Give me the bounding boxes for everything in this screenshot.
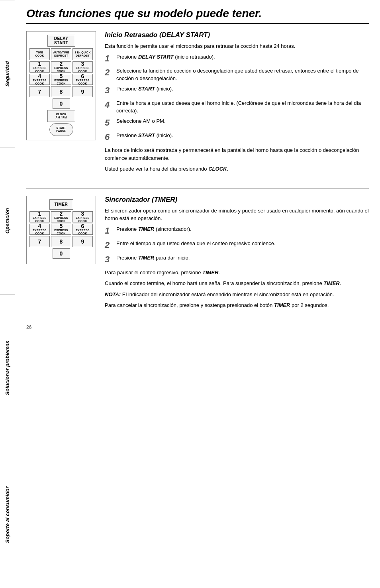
sidebar-section-problemas: Solucionar problemas bbox=[0, 294, 15, 441]
btn-t2[interactable]: 2 EXPRESS COOK bbox=[51, 211, 71, 222]
page-title: Otras funciones que su modelo puede tene… bbox=[26, 7, 369, 24]
timer-step-1: 1 Presione TIMER (sincronizador). bbox=[105, 226, 369, 237]
btn-t1[interactable]: 1 EXPRESS COOK bbox=[29, 211, 50, 222]
timer-step-2: 2 Entre el tiempo a que usted desea que … bbox=[105, 240, 369, 252]
btn-1[interactable]: 1 EXPRESS COOK bbox=[29, 61, 50, 73]
delay-step-2: 2 Seleccione la función de cocción o des… bbox=[105, 67, 369, 83]
sidebar: Seguridad Operación Solucionar problemas… bbox=[0, 0, 15, 588]
timer-para2: Cuando el conteo termine, el horno hará … bbox=[105, 279, 369, 287]
btn-delay-start[interactable]: DELAY START bbox=[47, 35, 75, 47]
btn-5[interactable]: 5 EXPRESS COOK bbox=[51, 74, 71, 85]
btn-t3[interactable]: 3 EXPRESS COOK bbox=[72, 211, 93, 222]
btn-6[interactable]: 6 EXPRESS COOK bbox=[72, 74, 93, 85]
delay-step-5: 5 Seleccione AM o PM. bbox=[105, 118, 369, 129]
btn-9[interactable]: 9 bbox=[72, 86, 93, 97]
page-number: 26 bbox=[26, 324, 369, 330]
delay-step-1: 1 Presione DELAY START (inicio retrasado… bbox=[105, 53, 369, 65]
btn-t7[interactable]: 7 bbox=[29, 236, 50, 247]
timer-para3: Para cancelar la sincronización, presion… bbox=[105, 301, 369, 309]
timer-step-3: 3 Presione TIMER para dar inicio. bbox=[105, 254, 369, 266]
btn-t8[interactable]: 8 bbox=[51, 236, 71, 247]
btn-quick-defrost[interactable]: 1 lb. QUICK DEFROST bbox=[72, 48, 93, 60]
btn-t6[interactable]: 6 EXPRESS COOK bbox=[72, 224, 93, 235]
delay-start-section: DELAY START TIME COOK AUTO/TIME DEFROST … bbox=[26, 31, 369, 176]
timer-text: Sincronizador (TIMER) El sincronizador o… bbox=[105, 196, 369, 313]
timer-heading: Sincronizador (TIMER) bbox=[105, 196, 369, 204]
btn-4[interactable]: 4 EXPRESS COOK bbox=[29, 74, 50, 85]
delay-start-intro: Esta función le permite usar el microond… bbox=[105, 42, 369, 50]
sidebar-section-seguridad: Seguridad bbox=[0, 0, 15, 147]
btn-auto-defrost[interactable]: AUTO/TIME DEFROST bbox=[51, 48, 71, 60]
btn-8[interactable]: 8 bbox=[51, 86, 71, 97]
btn-t4[interactable]: 4 EXPRESS COOK bbox=[29, 224, 50, 235]
timer-para1: Para pausar el conteo regresivo, presion… bbox=[105, 269, 369, 277]
btn-clock[interactable]: CLOCK AM / PM bbox=[47, 110, 75, 122]
section-divider bbox=[26, 188, 369, 189]
delay-step-3: 3 Presione START (inicio). bbox=[105, 85, 369, 97]
btn-2[interactable]: 2 EXPRESS COOK bbox=[51, 61, 71, 73]
timer-intro: El sincronizador opera como un sincroniz… bbox=[105, 207, 369, 222]
timer-section: TIMER 1 EXPRESS COOK 2 EXPRESS COOK 3 bbox=[26, 196, 369, 313]
btn-t5[interactable]: 5 EXPRESS COOK bbox=[51, 224, 71, 235]
delay-footer2: Usted puede ver la hora del día presiona… bbox=[105, 165, 369, 173]
timer-note: NOTA: El indicador del sincronizador est… bbox=[105, 291, 369, 299]
delay-start-heading: Inicio Retrasado (DELAY START) bbox=[105, 31, 369, 39]
delay-step-6: 6 Presione START (inicio). bbox=[105, 132, 369, 144]
delay-start-text: Inicio Retrasado (DELAY START) Esta func… bbox=[105, 31, 369, 176]
delay-step-4: 4 Entre la hora a que usted desea que el… bbox=[105, 100, 369, 115]
btn-start-pause[interactable]: START PAUSE bbox=[49, 123, 73, 136]
sidebar-section-operacion: Operación bbox=[0, 147, 15, 294]
btn-3[interactable]: 3 EXPRESS COOK bbox=[72, 61, 93, 73]
sidebar-section-consumidor: Soporte al consumidor bbox=[0, 441, 15, 588]
btn-0[interactable]: 0 bbox=[53, 98, 70, 109]
btn-t9[interactable]: 9 bbox=[72, 236, 93, 247]
btn-timer-top[interactable]: TIMER bbox=[49, 199, 73, 210]
btn-time-cook[interactable]: TIME COOK bbox=[29, 48, 50, 60]
btn-t0[interactable]: 0 bbox=[53, 248, 70, 259]
keypad-timer: TIMER 1 EXPRESS COOK 2 EXPRESS COOK 3 bbox=[26, 196, 96, 313]
main-content: Otras funciones que su modelo puede tene… bbox=[15, 0, 380, 588]
btn-7[interactable]: 7 bbox=[29, 86, 50, 97]
keypad-delay-start: DELAY START TIME COOK AUTO/TIME DEFROST … bbox=[26, 31, 96, 176]
delay-footer1: La hora de inicio será mostrada y perman… bbox=[105, 146, 369, 162]
